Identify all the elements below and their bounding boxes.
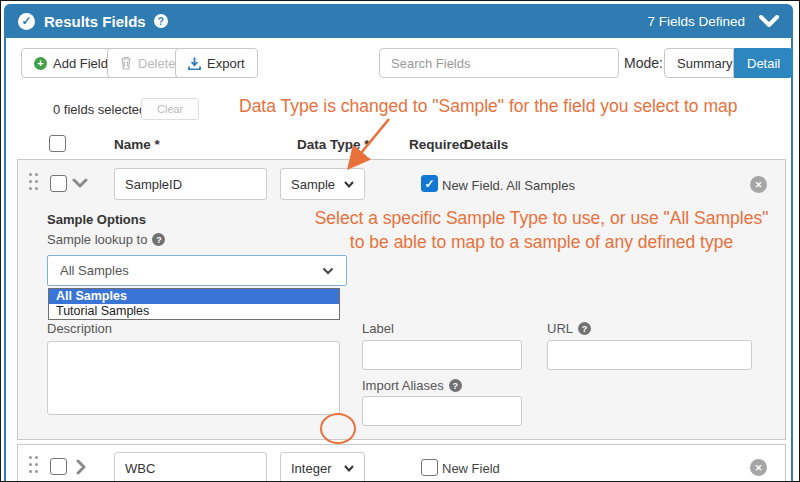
drag-handle-icon[interactable] xyxy=(29,456,32,459)
clear-label: Clear xyxy=(157,103,183,115)
panel-border-left xyxy=(4,37,6,482)
annotation-data-type: Data Type is changed to "Sample" for the… xyxy=(239,96,738,117)
export-label: Export xyxy=(207,56,245,71)
fields-selected-count: 0 fields selected xyxy=(53,102,146,117)
sample-lookup-value: All Samples xyxy=(60,263,129,278)
add-field-label: Add Field xyxy=(53,56,108,71)
expand-chevron-icon[interactable] xyxy=(76,459,86,475)
url-label: URL ? xyxy=(547,321,591,336)
required-checkbox[interactable] xyxy=(421,459,438,476)
detail-label: Detail xyxy=(747,56,780,71)
dropdown-option-all-samples[interactable]: All Samples xyxy=(49,289,339,304)
column-header-name: Name * xyxy=(114,137,160,152)
add-field-button[interactable]: + Add Field xyxy=(21,48,121,78)
panel-border-right xyxy=(791,37,793,482)
field-name-input[interactable] xyxy=(114,168,267,200)
mode-label: Mode: xyxy=(624,55,663,71)
search-input[interactable] xyxy=(379,48,619,78)
collapse-chevron-icon[interactable] xyxy=(72,178,88,188)
mode-detail-button[interactable]: Detail xyxy=(734,48,793,78)
panel-header[interactable]: ✓ Results Fields ? 7 Fields Defined xyxy=(4,4,793,38)
description-label-text: Description xyxy=(47,321,112,336)
annotation-ellipse xyxy=(320,413,356,444)
row-checkbox[interactable] xyxy=(50,175,67,192)
annotation-sample-type-line2: to be able to map to a sample of any def… xyxy=(289,230,794,254)
description-textarea[interactable] xyxy=(47,341,340,415)
required-checkbox[interactable]: ✓ xyxy=(421,175,438,192)
label-label-text: Label xyxy=(362,321,394,336)
help-icon[interactable]: ? xyxy=(578,322,591,335)
column-header-required: Required xyxy=(409,137,468,152)
select-all-checkbox[interactable] xyxy=(49,135,66,152)
dropdown-option-tutorial-samples[interactable]: Tutorial Samples xyxy=(49,304,339,319)
mode-summary-button[interactable]: Summary xyxy=(664,48,734,78)
results-fields-panel: ✓ Results Fields ? 7 Fields Defined + Ad… xyxy=(0,0,800,482)
sample-options-title: Sample Options xyxy=(47,212,146,227)
annotation-sample-type: Select a specific Sample Type to use, or… xyxy=(289,206,794,254)
remove-field-icon[interactable]: ✕ xyxy=(750,176,767,193)
url-input[interactable] xyxy=(547,340,752,370)
trash-icon xyxy=(120,56,132,70)
chevron-down-icon[interactable] xyxy=(759,15,779,28)
row-details: New Field xyxy=(442,461,500,476)
panel-title: Results Fields xyxy=(44,13,146,30)
help-icon[interactable]: ? xyxy=(152,233,165,246)
url-label-text: URL xyxy=(547,321,573,336)
remove-field-icon[interactable]: ✕ xyxy=(750,459,767,476)
plus-icon: + xyxy=(34,57,47,70)
field-name-input[interactable] xyxy=(114,452,267,482)
fields-defined-count: 7 Fields Defined xyxy=(647,14,745,29)
select-chevron-icon xyxy=(322,267,334,275)
download-icon xyxy=(188,57,201,70)
field-row-sampleid: Sample ✓ New Field. All Samples ✕ Sample… xyxy=(17,159,786,440)
sample-lookup-dropdown: All Samples Tutorial Samples xyxy=(48,288,340,320)
label-label: Label xyxy=(362,321,394,336)
import-aliases-label-text: Import Aliases xyxy=(362,378,444,393)
summary-label: Summary xyxy=(677,56,733,71)
sample-lookup-label: Sample lookup to ? xyxy=(47,232,165,247)
label-input[interactable] xyxy=(362,340,522,370)
import-aliases-label: Import Aliases ? xyxy=(362,378,462,393)
annotation-arrow xyxy=(339,111,399,175)
clear-selection-button[interactable]: Clear xyxy=(141,98,199,120)
help-icon[interactable]: ? xyxy=(449,379,462,392)
help-icon[interactable]: ? xyxy=(154,14,168,28)
select-chevron-icon xyxy=(344,465,354,472)
drag-handle-icon[interactable] xyxy=(29,173,32,176)
import-aliases-input[interactable] xyxy=(362,396,522,426)
delete-label: Delete xyxy=(138,56,176,71)
select-chevron-icon xyxy=(344,181,354,188)
data-type-value: Integer xyxy=(291,461,331,476)
row-checkbox[interactable] xyxy=(50,458,67,475)
data-type-select[interactable]: Integer xyxy=(280,452,365,482)
sample-lookup-select[interactable]: All Samples xyxy=(47,255,347,286)
annotation-sample-type-line1: Select a specific Sample Type to use, or… xyxy=(289,206,794,230)
row-details: New Field. All Samples xyxy=(442,178,575,193)
column-header-details: Details xyxy=(464,137,508,152)
description-label: Description xyxy=(47,321,112,336)
export-button[interactable]: Export xyxy=(175,48,258,78)
sample-lookup-label-text: Sample lookup to xyxy=(47,232,147,247)
field-row-wbc: Integer New Field ✕ xyxy=(17,444,786,482)
data-type-value: Sample xyxy=(291,177,335,192)
check-circle-icon: ✓ xyxy=(18,13,35,30)
